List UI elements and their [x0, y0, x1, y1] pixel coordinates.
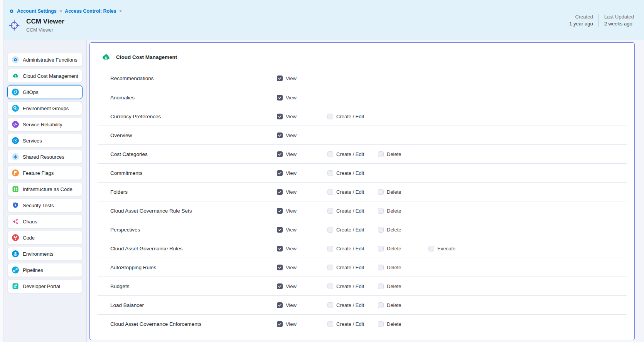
permission-view-toggle[interactable]: View: [277, 283, 297, 289]
sidebar-item-security-tests[interactable]: Security Tests: [7, 198, 83, 212]
permission-view-toggle[interactable]: View: [277, 95, 297, 101]
checkbox-checked-icon[interactable]: [277, 170, 283, 176]
permission-view-toggle[interactable]: View: [277, 321, 297, 327]
checkbox-unchecked[interactable]: [378, 227, 384, 233]
checkbox-unchecked[interactable]: [327, 302, 333, 308]
checkbox-unchecked[interactable]: [378, 189, 384, 195]
permission-label: Delete: [387, 265, 401, 270]
permission-delete-toggle[interactable]: Delete: [378, 302, 401, 308]
permission-label: View: [286, 321, 297, 327]
sidebar-item-code[interactable]: Code: [7, 231, 83, 245]
checkbox-checked-icon[interactable]: [277, 208, 283, 214]
permission-create-edit-toggle[interactable]: Create / Edit: [327, 227, 364, 233]
breadcrumb-link-account-settings[interactable]: Account Settings: [17, 8, 57, 14]
permission-view-toggle[interactable]: View: [277, 265, 297, 270]
checkbox-checked-icon[interactable]: [277, 151, 283, 157]
developer-portal-icon: [12, 283, 19, 290]
permission-view-toggle[interactable]: View: [277, 208, 297, 214]
checkbox-unchecked[interactable]: [378, 246, 384, 251]
permission-delete-toggle[interactable]: Delete: [378, 283, 401, 289]
checkbox-unchecked[interactable]: [327, 170, 333, 176]
permission-create-edit-toggle[interactable]: Create / Edit: [327, 283, 364, 289]
permission-delete-toggle[interactable]: Delete: [378, 151, 401, 157]
sidebar-item-label: Feature Flags: [23, 170, 54, 176]
permission-label: Create / Edit: [336, 246, 364, 251]
sidebar-item-pipelines[interactable]: Pipelines: [7, 263, 83, 277]
sidebar-item-services[interactable]: Services: [7, 134, 83, 148]
checkbox-unchecked[interactable]: [327, 265, 333, 270]
permission-delete-toggle[interactable]: Delete: [378, 321, 401, 327]
checkbox-unchecked[interactable]: [327, 114, 333, 119]
permission-create-edit-toggle[interactable]: Create / Edit: [327, 246, 364, 251]
permission-create-edit-toggle[interactable]: Create / Edit: [327, 321, 364, 327]
checkbox-unchecked[interactable]: [327, 283, 333, 289]
permission-create-edit-toggle[interactable]: Create / Edit: [327, 189, 364, 195]
checkbox-unchecked[interactable]: [327, 227, 333, 233]
sidebar-item-chaos[interactable]: Chaos: [7, 215, 83, 228]
permission-delete-toggle[interactable]: Delete: [378, 265, 401, 270]
sidebar-item-developer-portal[interactable]: Developer Portal: [7, 279, 83, 293]
permission-view-toggle[interactable]: View: [277, 170, 297, 176]
permission-view-toggle[interactable]: View: [277, 75, 297, 81]
permission-view-toggle[interactable]: View: [277, 246, 297, 251]
checkbox-checked-icon[interactable]: [277, 265, 283, 270]
checkbox-unchecked[interactable]: [327, 246, 333, 251]
permission-view-toggle[interactable]: View: [277, 132, 297, 138]
permission-delete-toggle[interactable]: Delete: [378, 189, 401, 195]
permission-view-toggle[interactable]: View: [277, 227, 297, 233]
sidebar-item-environment-groups[interactable]: Environment Groups: [7, 101, 83, 115]
permission-row: Currency Preferences View Create / Edit: [98, 107, 627, 126]
sidebar-item-administrative-functions[interactable]: Administrative Functions: [7, 53, 83, 67]
sidebar-item-feature-flags[interactable]: Feature Flags: [7, 166, 83, 180]
checkbox-unchecked[interactable]: [378, 283, 384, 289]
checkbox-checked-icon[interactable]: [277, 302, 283, 308]
permission-label: Delete: [387, 283, 401, 289]
checkbox-checked-icon[interactable]: [277, 321, 283, 327]
checkbox-checked-icon[interactable]: [277, 95, 283, 101]
checkbox-unchecked[interactable]: [378, 321, 384, 327]
checkbox-checked-icon[interactable]: [277, 114, 283, 119]
permission-delete-toggle[interactable]: Delete: [378, 208, 401, 214]
checkbox-unchecked[interactable]: [378, 208, 384, 214]
checkbox-checked-icon[interactable]: [277, 75, 283, 81]
checkbox-unchecked[interactable]: [428, 246, 434, 251]
permission-row: Cost Categories View Create / Edit Delet…: [98, 144, 627, 163]
perm-col-view: View: [277, 302, 327, 308]
permission-create-edit-toggle[interactable]: Create / Edit: [327, 170, 364, 176]
permission-view-toggle[interactable]: View: [277, 114, 297, 119]
sidebar-item-shared-resources[interactable]: Shared Resources: [7, 150, 83, 164]
checkbox-unchecked[interactable]: [378, 302, 384, 308]
permission-name: Folders: [110, 189, 277, 195]
checkbox-checked-icon[interactable]: [277, 283, 283, 289]
permission-view-toggle[interactable]: View: [277, 189, 297, 195]
sidebar-item-infrastructure-as-code[interactable]: Infrastructure as Code: [7, 182, 83, 196]
checkbox-checked-icon[interactable]: [277, 227, 283, 233]
sidebar-item-service-reliability[interactable]: Service Reliability: [7, 117, 83, 131]
permission-view-toggle[interactable]: View: [277, 151, 297, 157]
checkbox-unchecked[interactable]: [327, 321, 333, 327]
breadcrumb-link-access-control-roles[interactable]: Access Control: Roles: [65, 8, 116, 14]
permission-view-toggle[interactable]: View: [277, 302, 297, 308]
checkbox-checked-icon[interactable]: [277, 189, 283, 195]
checkbox-checked-icon[interactable]: [277, 132, 283, 138]
checkbox-unchecked[interactable]: [378, 151, 384, 157]
permission-create-edit-toggle[interactable]: Create / Edit: [327, 302, 364, 308]
permission-execute-toggle[interactable]: Execute: [428, 246, 455, 251]
role-meta: Created 1 year ago Last Updated 2 weeks …: [569, 14, 634, 27]
sidebar-item-environments[interactable]: Environments: [7, 247, 83, 261]
permission-delete-toggle[interactable]: Delete: [378, 246, 401, 251]
checkbox-checked-icon[interactable]: [277, 246, 283, 251]
sidebar-item-gitops[interactable]: GitOps: [7, 85, 83, 99]
permission-create-edit-toggle[interactable]: Create / Edit: [327, 114, 364, 119]
permission-create-edit-toggle[interactable]: Create / Edit: [327, 151, 364, 157]
sidebar-item-cloud-cost-management[interactable]: $ Cloud Cost Management: [7, 69, 83, 83]
permission-create-edit-toggle[interactable]: Create / Edit: [327, 265, 364, 270]
permission-create-edit-toggle[interactable]: Create / Edit: [327, 208, 364, 214]
checkbox-unchecked[interactable]: [327, 189, 333, 195]
resource-group-sidebar: Administrative Functions $ Cloud Cost Ma…: [3, 40, 87, 342]
checkbox-unchecked[interactable]: [378, 265, 384, 270]
permission-delete-toggle[interactable]: Delete: [378, 227, 401, 233]
checkbox-unchecked[interactable]: [327, 151, 333, 157]
gitops-icon: [12, 89, 19, 96]
checkbox-unchecked[interactable]: [327, 208, 333, 214]
